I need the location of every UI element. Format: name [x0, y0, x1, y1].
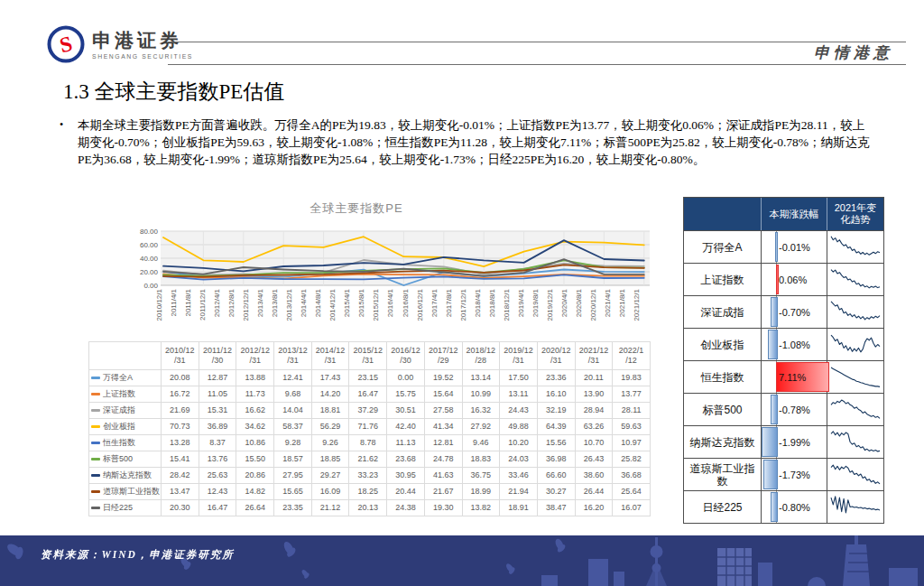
pe-value-cell: 12.43 — [199, 484, 236, 500]
pe-value-cell: 13.11 — [500, 386, 538, 403]
pe-line-chart: 80.0060.0040.0020.000.00 — [131, 226, 654, 296]
index-name: 道琼斯工业指数 — [684, 459, 762, 490]
pe-table-row: 标普50015.4113.7615.5018.5718.8521.6223.68… — [89, 451, 651, 468]
index-name: 创业板指 — [684, 329, 762, 360]
x-axis-tick-label: 2019/4/1 — [517, 289, 528, 340]
pe-value-cell: 13.90 — [575, 386, 613, 403]
x-axis-tick-label: 2011/8/1 — [184, 289, 195, 340]
x-axis-tick-label: 2018/12/1 — [503, 289, 513, 340]
pe-value-cell: 20.44 — [387, 484, 425, 500]
sparkline-icon — [829, 493, 882, 521]
pe-value-cell: 15.65 — [274, 484, 312, 500]
pe-value-cell: 24.03 — [500, 451, 538, 468]
pe-value-cell: 33.23 — [349, 468, 387, 484]
x-axis-tick-label: 2016/12/1 — [416, 289, 427, 340]
pe-value-cell: 18.99 — [462, 484, 500, 500]
x-axis-tick-label: 2015/12/1 — [372, 289, 383, 340]
change-bar — [768, 330, 778, 359]
legend-label: 万得全A — [103, 373, 133, 382]
legend-cell: 上证指数 — [89, 386, 162, 403]
pe-table-row: 深证成指21.6915.3116.6214.0418.8137.2930.512… — [89, 403, 651, 419]
pe-value-cell: 16.62 — [236, 403, 274, 419]
change-bar — [762, 427, 778, 457]
sparkline-cell — [827, 264, 883, 295]
x-axis-tick-label: 2013/4/1 — [256, 289, 267, 340]
pe-value-cell: 41.63 — [424, 468, 462, 484]
pe-value-cell: 20.30 — [162, 500, 199, 516]
pe-value-cell: 8.78 — [349, 435, 387, 451]
pe-value-cell: 20.11 — [575, 370, 613, 386]
x-axis-tick-label: 2019/8/1 — [531, 289, 542, 340]
pe-value-cell: 15.41 — [162, 451, 199, 468]
pe-value-cell: 36.89 — [199, 419, 236, 435]
svg-text:60.00: 60.00 — [140, 241, 159, 249]
legend-label: 标普500 — [103, 454, 133, 463]
pe-value-cell: 11.05 — [199, 386, 236, 403]
summary-row: 道琼斯工业指数-1.73% — [684, 458, 883, 490]
index-name: 万得全A — [684, 231, 762, 263]
change-value: -0.80% — [779, 502, 810, 513]
pe-value-cell: 13.77 — [613, 386, 651, 403]
pe-value-cell: 10.99 — [462, 386, 500, 403]
x-axis-tick-label: 2017/4/1 — [430, 289, 441, 340]
change-cell: 0.06% — [762, 264, 827, 295]
header-rule-bottom — [168, 64, 906, 65]
pe-value-cell: 20.08 — [162, 370, 199, 386]
change-cell: 7.11% — [762, 361, 827, 393]
sparkline-icon — [829, 330, 882, 358]
pe-value-cell: 23.68 — [387, 451, 425, 468]
pe-value-cell: 18.81 — [311, 403, 349, 419]
pe-value-cell: 15.50 — [236, 451, 274, 468]
pe-value-cell: 18.25 — [349, 484, 387, 500]
pe-value-cell: 12.81 — [424, 435, 462, 451]
legend-marker-icon — [91, 393, 100, 395]
pe-table-date-header: 2016/12/30 — [387, 342, 425, 370]
summary-row: 恒生指数7.11% — [684, 360, 883, 393]
summary-header-row: 本期涨跌幅 2021年变化趋势 — [684, 198, 883, 230]
summary-row: 日经225-0.80% — [684, 490, 883, 523]
legend-marker-icon — [91, 474, 100, 477]
x-axis-tick-label: 2010/12/1 — [155, 289, 166, 340]
legend-marker-icon — [91, 490, 100, 493]
pe-value-cell: 18.57 — [274, 451, 312, 468]
legend-cell: 恒生指数 — [89, 435, 162, 451]
svg-text:20.00: 20.00 — [140, 268, 159, 276]
index-name: 纳斯达克指数 — [684, 426, 762, 458]
sparkline-cell — [827, 361, 883, 393]
change-value: -0.78% — [779, 405, 810, 415]
pe-table-corner-cell — [89, 342, 162, 370]
pe-value-cell: 13.82 — [462, 500, 500, 516]
pe-table-date-header: 2019/12/31 — [500, 342, 538, 370]
legend-label: 深证成指 — [103, 405, 135, 414]
pe-value-cell: 28.94 — [575, 403, 613, 419]
change-value: -0.70% — [779, 307, 810, 318]
pe-value-cell: 28.11 — [613, 403, 651, 419]
x-axis-tick-label: 2014/12/1 — [328, 289, 339, 340]
change-cell: -1.73% — [762, 459, 827, 490]
pe-value-cell: 20.13 — [349, 500, 387, 516]
pe-value-cell: 70.73 — [162, 419, 199, 435]
pe-value-cell: 28.42 — [162, 468, 199, 484]
pe-value-cell: 14.82 — [236, 484, 274, 500]
sparkline-cell — [827, 394, 883, 425]
pe-value-cell: 58.37 — [274, 419, 312, 435]
pe-value-cell: 27.58 — [424, 403, 462, 419]
x-axis-tick-label: 2013/12/1 — [285, 289, 296, 340]
legend-cell: 标普500 — [89, 451, 162, 468]
pe-value-cell: 59.63 — [613, 419, 651, 435]
x-axis-tick-label: 2020/4/1 — [560, 289, 571, 340]
index-name: 标普500 — [684, 394, 762, 425]
pe-value-cell: 21.62 — [349, 451, 387, 468]
shengang-logo-icon: S — [47, 25, 85, 63]
pe-value-cell: 71.76 — [349, 419, 387, 435]
summary-row: 纳斯达克指数-1.99% — [684, 425, 883, 458]
pe-value-cell: 16.09 — [311, 484, 349, 500]
x-axis-tick-label: 2018/4/1 — [474, 289, 485, 340]
x-axis-tick-label: 2014/8/1 — [314, 289, 325, 340]
x-axis-tick-label: 2020/8/1 — [575, 289, 586, 340]
pe-value-cell: 24.78 — [424, 451, 462, 468]
legend-label: 上证指数 — [103, 389, 135, 398]
pe-value-cell: 15.56 — [537, 435, 575, 451]
sparkline-icon — [829, 233, 882, 261]
sparkline-cell — [827, 296, 883, 328]
